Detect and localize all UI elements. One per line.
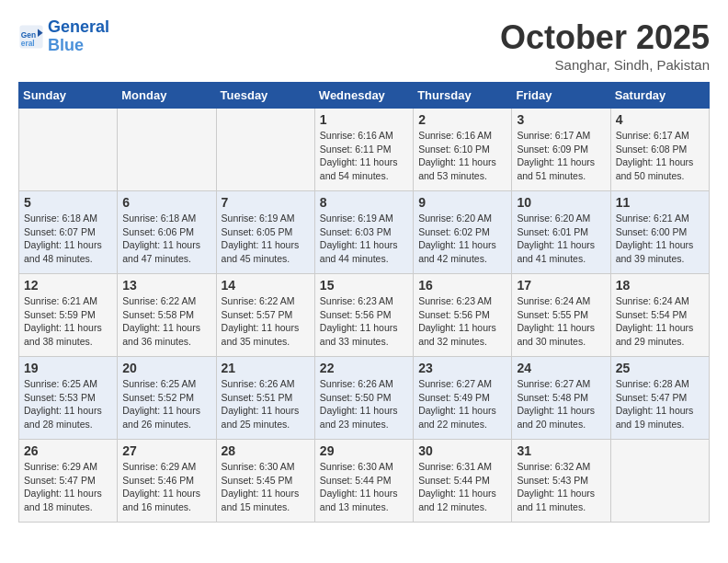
day-number: 13 — [122, 278, 210, 293]
weekday-header-saturday: Saturday — [610, 83, 709, 109]
calendar-cell: 24Sunrise: 6:27 AM Sunset: 5:48 PM Dayli… — [512, 357, 610, 440]
day-info: Sunrise: 6:31 AM Sunset: 5:44 PM Dayligh… — [418, 460, 506, 514]
day-info: Sunrise: 6:19 AM Sunset: 6:03 PM Dayligh… — [320, 212, 408, 266]
day-number: 25 — [616, 361, 704, 375]
day-info: Sunrise: 6:32 AM Sunset: 5:43 PM Dayligh… — [517, 460, 605, 514]
logo-icon: Gen eral — [18, 24, 44, 50]
day-number: 1 — [320, 112, 408, 127]
weekday-header-wednesday: Wednesday — [314, 83, 413, 109]
day-info: Sunrise: 6:16 AM Sunset: 6:11 PM Dayligh… — [320, 129, 408, 183]
calendar-cell: 31Sunrise: 6:32 AM Sunset: 5:43 PM Dayli… — [512, 440, 610, 523]
day-number: 18 — [616, 278, 704, 293]
calendar-cell: 16Sunrise: 6:23 AM Sunset: 5:56 PM Dayli… — [414, 274, 512, 357]
calendar-cell: 11Sunrise: 6:21 AM Sunset: 6:00 PM Dayli… — [610, 191, 709, 274]
day-info: Sunrise: 6:24 AM Sunset: 5:54 PM Dayligh… — [616, 294, 704, 349]
day-info: Sunrise: 6:16 AM Sunset: 6:10 PM Dayligh… — [418, 129, 506, 183]
day-number: 7 — [222, 195, 310, 210]
logo: Gen eral General Blue — [18, 18, 109, 55]
month-title: October 2025 — [500, 18, 710, 57]
day-info: Sunrise: 6:26 AM Sunset: 5:51 PM Dayligh… — [222, 377, 310, 431]
day-info: Sunrise: 6:18 AM Sunset: 6:07 PM Dayligh… — [24, 212, 112, 266]
day-info: Sunrise: 6:22 AM Sunset: 5:57 PM Dayligh… — [222, 294, 310, 349]
weekday-header-tuesday: Tuesday — [216, 83, 314, 109]
calendar-cell: 1Sunrise: 6:16 AM Sunset: 6:11 PM Daylig… — [314, 109, 413, 191]
day-number: 4 — [616, 112, 704, 127]
calendar-cell: 2Sunrise: 6:16 AM Sunset: 6:10 PM Daylig… — [414, 109, 512, 191]
calendar-cell: 25Sunrise: 6:28 AM Sunset: 5:47 PM Dayli… — [610, 357, 709, 440]
calendar-cell: 27Sunrise: 6:29 AM Sunset: 5:46 PM Dayli… — [118, 440, 216, 523]
calendar-cell: 29Sunrise: 6:30 AM Sunset: 5:44 PM Dayli… — [314, 440, 413, 523]
day-info: Sunrise: 6:26 AM Sunset: 5:50 PM Dayligh… — [320, 377, 408, 431]
day-number: 5 — [24, 195, 112, 210]
calendar-cell — [118, 109, 216, 191]
week-row-4: 19Sunrise: 6:25 AM Sunset: 5:53 PM Dayli… — [19, 357, 710, 440]
calendar-cell: 21Sunrise: 6:26 AM Sunset: 5:51 PM Dayli… — [216, 357, 314, 440]
day-info: Sunrise: 6:20 AM Sunset: 6:01 PM Dayligh… — [517, 212, 605, 266]
day-info: Sunrise: 6:28 AM Sunset: 5:47 PM Dayligh… — [616, 377, 704, 431]
day-number: 26 — [24, 443, 112, 458]
page-header: Gen eral General Blue October 2025 Sangh… — [18, 18, 710, 73]
location-subtitle: Sanghar, Sindh, Pakistan — [500, 57, 710, 73]
calendar-cell: 17Sunrise: 6:24 AM Sunset: 5:55 PM Dayli… — [512, 274, 610, 357]
calendar-cell: 22Sunrise: 6:26 AM Sunset: 5:50 PM Dayli… — [314, 357, 413, 440]
day-info: Sunrise: 6:25 AM Sunset: 5:52 PM Dayligh… — [122, 377, 210, 431]
calendar-cell: 30Sunrise: 6:31 AM Sunset: 5:44 PM Dayli… — [414, 440, 512, 523]
day-number: 16 — [418, 278, 506, 293]
day-number: 31 — [517, 443, 605, 458]
week-row-1: 1Sunrise: 6:16 AM Sunset: 6:11 PM Daylig… — [19, 109, 710, 191]
calendar-cell: 12Sunrise: 6:21 AM Sunset: 5:59 PM Dayli… — [19, 274, 118, 357]
calendar-cell: 8Sunrise: 6:19 AM Sunset: 6:03 PM Daylig… — [314, 191, 413, 274]
day-info: Sunrise: 6:23 AM Sunset: 5:56 PM Dayligh… — [418, 294, 506, 349]
day-info: Sunrise: 6:27 AM Sunset: 5:48 PM Dayligh… — [517, 377, 605, 431]
logo-text: General Blue — [48, 18, 109, 55]
calendar-table: SundayMondayTuesdayWednesdayThursdayFrid… — [18, 82, 710, 523]
day-number: 14 — [222, 278, 310, 293]
day-number: 12 — [24, 278, 112, 293]
weekday-header-sunday: Sunday — [19, 83, 118, 109]
day-number: 10 — [517, 195, 605, 210]
day-info: Sunrise: 6:23 AM Sunset: 5:56 PM Dayligh… — [320, 294, 408, 349]
calendar-cell — [19, 109, 118, 191]
calendar-cell: 15Sunrise: 6:23 AM Sunset: 5:56 PM Dayli… — [314, 274, 413, 357]
weekday-header-row: SundayMondayTuesdayWednesdayThursdayFrid… — [19, 83, 710, 109]
calendar-cell: 28Sunrise: 6:30 AM Sunset: 5:45 PM Dayli… — [216, 440, 314, 523]
week-row-3: 12Sunrise: 6:21 AM Sunset: 5:59 PM Dayli… — [19, 274, 710, 357]
day-number: 9 — [418, 195, 506, 210]
calendar-cell: 9Sunrise: 6:20 AM Sunset: 6:02 PM Daylig… — [414, 191, 512, 274]
day-info: Sunrise: 6:29 AM Sunset: 5:47 PM Dayligh… — [24, 460, 112, 514]
day-info: Sunrise: 6:29 AM Sunset: 5:46 PM Dayligh… — [122, 460, 210, 514]
svg-text:eral: eral — [21, 39, 35, 48]
day-number: 21 — [222, 361, 310, 375]
day-number: 23 — [418, 361, 506, 375]
calendar-cell: 19Sunrise: 6:25 AM Sunset: 5:53 PM Dayli… — [19, 357, 118, 440]
day-info: Sunrise: 6:25 AM Sunset: 5:53 PM Dayligh… — [24, 377, 112, 431]
day-info: Sunrise: 6:17 AM Sunset: 6:08 PM Dayligh… — [616, 129, 704, 183]
day-number: 27 — [122, 443, 210, 458]
day-number: 17 — [517, 278, 605, 293]
title-block: October 2025 Sanghar, Sindh, Pakistan — [500, 18, 710, 73]
day-info: Sunrise: 6:19 AM Sunset: 6:05 PM Dayligh… — [222, 212, 310, 266]
day-number: 15 — [320, 278, 408, 293]
day-info: Sunrise: 6:21 AM Sunset: 6:00 PM Dayligh… — [616, 212, 704, 266]
calendar-cell — [610, 440, 709, 523]
calendar-cell: 20Sunrise: 6:25 AM Sunset: 5:52 PM Dayli… — [118, 357, 216, 440]
day-info: Sunrise: 6:22 AM Sunset: 5:58 PM Dayligh… — [122, 294, 210, 349]
calendar-cell: 6Sunrise: 6:18 AM Sunset: 6:06 PM Daylig… — [118, 191, 216, 274]
day-number: 19 — [24, 361, 112, 375]
week-row-5: 26Sunrise: 6:29 AM Sunset: 5:47 PM Dayli… — [19, 440, 710, 523]
weekday-header-friday: Friday — [512, 83, 610, 109]
calendar-cell: 4Sunrise: 6:17 AM Sunset: 6:08 PM Daylig… — [610, 109, 709, 191]
calendar-cell: 23Sunrise: 6:27 AM Sunset: 5:49 PM Dayli… — [414, 357, 512, 440]
day-number: 24 — [517, 361, 605, 375]
day-info: Sunrise: 6:30 AM Sunset: 5:44 PM Dayligh… — [320, 460, 408, 514]
calendar-body: 1Sunrise: 6:16 AM Sunset: 6:11 PM Daylig… — [19, 109, 710, 523]
day-info: Sunrise: 6:30 AM Sunset: 5:45 PM Dayligh… — [222, 460, 310, 514]
day-number: 8 — [320, 195, 408, 210]
day-number: 28 — [222, 443, 310, 458]
day-info: Sunrise: 6:18 AM Sunset: 6:06 PM Dayligh… — [122, 212, 210, 266]
calendar-cell: 5Sunrise: 6:18 AM Sunset: 6:07 PM Daylig… — [19, 191, 118, 274]
day-number: 6 — [122, 195, 210, 210]
calendar-cell — [216, 109, 314, 191]
calendar-cell: 3Sunrise: 6:17 AM Sunset: 6:09 PM Daylig… — [512, 109, 610, 191]
calendar-cell: 7Sunrise: 6:19 AM Sunset: 6:05 PM Daylig… — [216, 191, 314, 274]
